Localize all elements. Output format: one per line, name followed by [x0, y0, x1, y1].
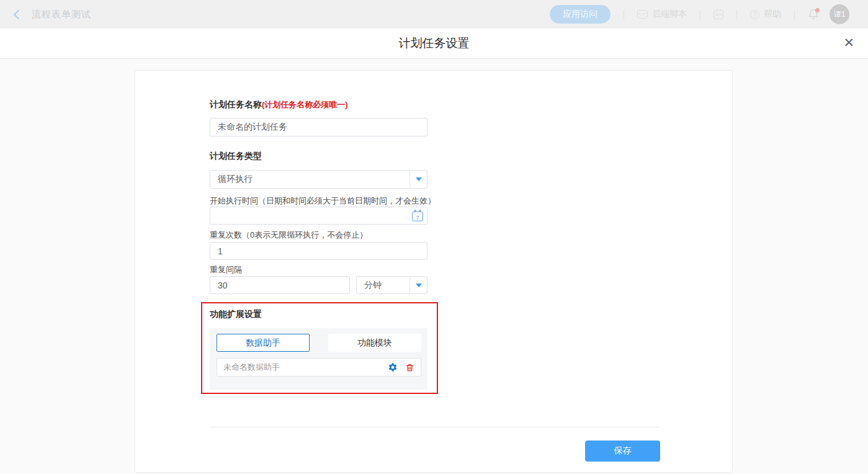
- configure-button[interactable]: [388, 362, 398, 372]
- task-name-label-text: 计划任务名称: [210, 99, 262, 109]
- settings-card: 计划任务名称(计划任务名称必须唯一) 计划任务类型 循环执行 开始执行时间（日期…: [135, 70, 733, 473]
- task-type-value: 循环执行: [210, 171, 409, 188]
- task-name-input[interactable]: [210, 118, 427, 136]
- task-name-label: 计划任务名称(计划任务名称必须唯一): [210, 99, 348, 110]
- divider: [736, 10, 737, 19]
- task-name-unique-note: (计划任务名称必须唯一): [262, 100, 348, 109]
- extension-settings-label: 功能扩展设置: [210, 309, 262, 320]
- footer-divider: [210, 427, 660, 427]
- page-title: 流程表单测试: [32, 9, 91, 20]
- calendar-day-glyph: 7: [416, 214, 419, 220]
- start-time-field: 7: [210, 207, 427, 225]
- language-icon: ≡A: [714, 10, 723, 19]
- divider: [794, 10, 795, 19]
- help-icon: ?: [750, 10, 759, 19]
- help-label: 帮助: [764, 9, 781, 20]
- backend-script-label: 后端脚本: [652, 9, 687, 20]
- start-time-input[interactable]: [210, 207, 427, 225]
- code-icon: </>: [637, 10, 648, 19]
- dialog-header: 计划任务设置 ✕: [0, 29, 868, 59]
- backend-script-button[interactable]: </> 后端脚本: [637, 9, 687, 20]
- app-access-label: 应用访问: [563, 9, 597, 20]
- back-icon[interactable]: [14, 9, 24, 19]
- interval-unit-value: 分钟: [357, 277, 409, 293]
- save-button[interactable]: 保存: [585, 440, 660, 462]
- tab-function-module-label: 功能模块: [357, 338, 392, 347]
- app-access-button[interactable]: 应用访问: [550, 5, 611, 24]
- avatar-text: 谭1: [834, 9, 846, 20]
- dialog-title: 计划任务设置: [399, 35, 470, 51]
- avatar[interactable]: 谭1: [830, 4, 849, 24]
- repeat-count-label: 重复次数（0表示无限循环执行，不会停止）: [210, 230, 367, 241]
- task-type-label: 计划任务类型: [210, 151, 262, 162]
- chevron-down-icon: [416, 284, 422, 287]
- repeat-interval-label: 重复间隔: [210, 264, 242, 275]
- task-type-select[interactable]: 循环执行: [210, 170, 427, 189]
- tab-data-assistant[interactable]: 数据助手: [217, 334, 310, 352]
- calendar-icon[interactable]: 7: [412, 211, 423, 221]
- close-icon[interactable]: ✕: [843, 36, 854, 49]
- save-button-label: 保存: [614, 445, 632, 457]
- data-assistant-name: 未命名数据助手: [223, 362, 380, 373]
- trash-icon: [405, 363, 414, 372]
- repeat-interval-input[interactable]: [210, 276, 350, 294]
- divider: [700, 10, 700, 19]
- divider: [624, 10, 624, 19]
- delete-button[interactable]: [405, 363, 414, 372]
- extension-panel: 数据助手 功能模块 未命名数据助手: [210, 328, 427, 390]
- interval-unit-arrow[interactable]: [409, 277, 427, 293]
- dialog-body: 计划任务名称(计划任务名称必须唯一) 计划任务类型 循环执行 开始执行时间（日期…: [0, 59, 868, 474]
- topbar: 流程表单测试 应用访问 </> 后端脚本 ≡A ? 帮助 谭1: [0, 0, 868, 29]
- data-assistant-item[interactable]: 未命名数据助手: [217, 358, 421, 377]
- task-type-arrow[interactable]: [409, 171, 427, 188]
- topbar-right: 应用访问 </> 后端脚本 ≡A ? 帮助 谭1: [550, 4, 868, 24]
- notification-button[interactable]: [808, 9, 819, 20]
- help-button[interactable]: ? 帮助: [750, 9, 781, 20]
- language-button[interactable]: ≡A: [714, 10, 723, 19]
- notification-badge: [815, 8, 820, 12]
- repeat-count-input[interactable]: [210, 242, 427, 260]
- tab-function-module[interactable]: 功能模块: [328, 334, 421, 352]
- chevron-down-icon: [416, 177, 422, 181]
- interval-unit-select[interactable]: 分钟: [356, 276, 427, 294]
- gear-icon: [388, 362, 398, 372]
- topbar-left: 流程表单测试: [0, 9, 91, 20]
- tab-data-assistant-label: 数据助手: [246, 338, 280, 347]
- start-time-label: 开始执行时间（日期和时间必须大于当前日期时间，才会生效）: [210, 195, 436, 207]
